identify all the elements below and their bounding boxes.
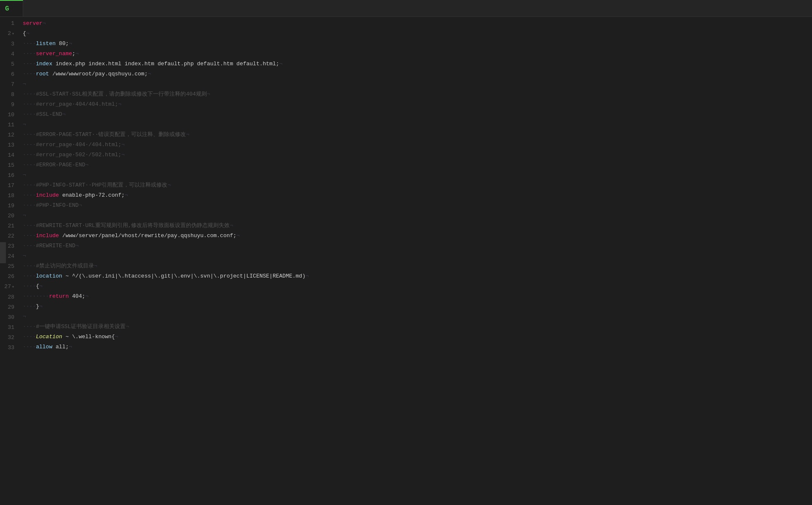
- line-number-2: 2: [3, 29, 14, 39]
- line-number-10: 10: [3, 110, 14, 120]
- code-line-30: ¬: [23, 312, 812, 322]
- code-line-27: ····{¬: [23, 281, 812, 291]
- code-line-13: ····#error_page·404·/404.html;¬: [23, 140, 812, 150]
- code-line-2: {¬: [23, 29, 812, 39]
- code-editor: 1234567891011121314151617181920212223242…: [0, 17, 812, 353]
- code-line-1: server¬: [23, 19, 812, 29]
- line-number-4: 4: [3, 49, 14, 59]
- line-number-27: 27: [3, 282, 14, 292]
- code-line-7: ¬: [23, 79, 812, 89]
- line-number-6: 6: [3, 69, 14, 80]
- code-line-8: ····#SSL-START·SSL相关配置，请勿删除或修改下一行带注释的404…: [23, 89, 812, 99]
- code-line-6: ····root /www/wwwroot/pay.qqshuyu.com;¬: [23, 69, 812, 79]
- tab-file-icon: G: [5, 5, 9, 13]
- line-number-15: 15: [3, 160, 14, 171]
- line-number-20: 20: [3, 211, 14, 221]
- code-line-10: ····#SSL-END¬: [23, 110, 812, 120]
- line-number-22: 22: [3, 231, 14, 241]
- code-line-9: ····#error_page·404/404.html;¬: [23, 99, 812, 110]
- code-line-24: ¬: [23, 251, 812, 261]
- line-number-32: 32: [3, 333, 14, 343]
- line-number-25: 25: [3, 262, 14, 272]
- code-line-22: ····include /www/server/panel/vhost/rewr…: [23, 231, 812, 241]
- code-line-21: ····#REWRITE-START·URL重写规则引用,修改后将导致面板设置的…: [23, 221, 812, 231]
- code-line-26: ····location ~ ^/(\.user.ini|\.htaccess|…: [23, 271, 812, 281]
- code-line-28: ········return 404;¬: [23, 291, 812, 302]
- line-number-19: 19: [3, 201, 14, 211]
- line-number-18: 18: [3, 191, 14, 201]
- line-number-31: 31: [3, 323, 14, 333]
- code-line-33: ····allow all;¬: [23, 342, 812, 352]
- editor-tab[interactable]: G: [0, 0, 23, 16]
- code-content[interactable]: server¬{¬····listen 80;¬····server_name;…: [21, 19, 812, 353]
- code-line-11: ¬: [23, 120, 812, 130]
- line-number-14: 14: [3, 150, 14, 160]
- code-line-17: ····#PHP-INFO-START··PHP引用配置，可以注释或修改¬: [23, 180, 812, 190]
- tab-bar: G: [0, 0, 812, 17]
- line-number-11: 11: [3, 120, 14, 130]
- line-number-7: 7: [3, 80, 14, 90]
- code-line-15: ····#ERROR-PAGE-END¬: [23, 160, 812, 170]
- code-line-20: ¬: [23, 211, 812, 221]
- line-number-5: 5: [3, 59, 14, 69]
- line-number-12: 12: [3, 130, 14, 140]
- code-line-14: ····#error_page·502·/502.html;¬: [23, 150, 812, 160]
- line-number-26: 26: [3, 272, 14, 282]
- line-number-33: 33: [3, 343, 14, 353]
- line-number-16: 16: [3, 171, 14, 181]
- line-numbers: 1234567891011121314151617181920212223242…: [0, 19, 21, 353]
- line-number-30: 30: [3, 313, 14, 323]
- code-line-23: ····#REWRITE-END¬: [23, 241, 812, 251]
- line-number-29: 29: [3, 302, 14, 313]
- code-line-31: ····#一键申请SSL证书验证目录相关设置¬: [23, 322, 812, 332]
- code-line-12: ····#ERROR-PAGE-START··错误页配置，可以注释、删除或修改¬: [23, 130, 812, 140]
- line-number-13: 13: [3, 140, 14, 150]
- code-line-25: ····#禁止访问的文件或目录¬: [23, 261, 812, 271]
- code-line-18: ····include enable-php-72.conf;¬: [23, 190, 812, 200]
- line-number-8: 8: [3, 90, 14, 100]
- line-number-28: 28: [3, 292, 14, 302]
- line-number-21: 21: [3, 221, 14, 231]
- code-line-19: ····#PHP-INFO-END¬: [23, 200, 812, 211]
- code-line-32: ····Location ~ \.well-known{¬: [23, 332, 812, 342]
- sidebar-toggle-button[interactable]: [0, 242, 6, 263]
- line-number-17: 17: [3, 181, 14, 191]
- code-line-16: ¬: [23, 170, 812, 180]
- code-line-29: ····}¬: [23, 302, 812, 312]
- code-line-5: ····index index.php index.html index.htm…: [23, 59, 812, 69]
- code-line-3: ····listen 80;¬: [23, 39, 812, 49]
- code-line-4: ····server_name;¬: [23, 49, 812, 59]
- line-number-9: 9: [3, 100, 14, 110]
- line-number-1: 1: [3, 19, 14, 29]
- line-number-3: 3: [3, 39, 14, 49]
